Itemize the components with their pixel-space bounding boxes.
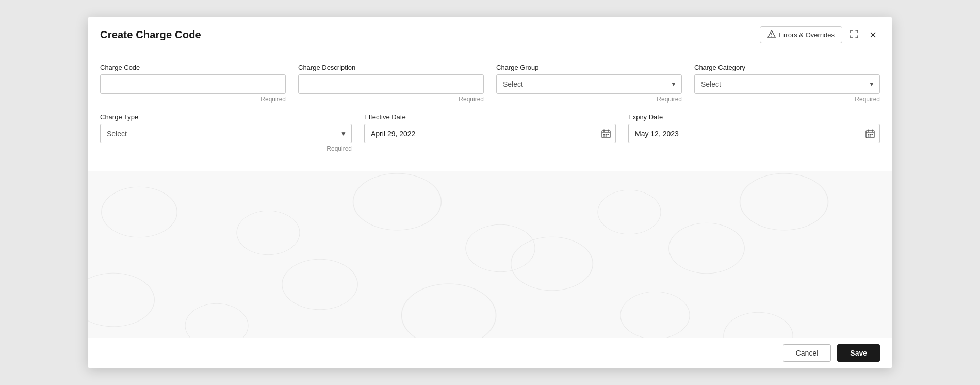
charge-description-group: Charge Description Required xyxy=(298,63,484,103)
modal-title: Create Charge Code xyxy=(100,29,201,41)
errors-overrides-button[interactable]: Errors & Overrides xyxy=(760,26,842,43)
effective-date-label: Effective Date xyxy=(364,113,616,121)
charge-group-select[interactable]: Select xyxy=(496,74,682,94)
charge-category-label: Charge Category xyxy=(694,63,880,71)
charge-code-input[interactable] xyxy=(100,74,286,94)
charge-group-select-wrapper: Select ▼ xyxy=(496,74,682,94)
close-icon: ✕ xyxy=(869,29,877,41)
form-row-1: Charge Code Required Charge Description … xyxy=(100,63,880,103)
modal-content-area xyxy=(88,171,892,338)
charge-type-group: Charge Type Select ▼ Required xyxy=(100,113,352,152)
svg-rect-19 xyxy=(870,136,871,137)
charge-code-hint: Required xyxy=(100,95,286,103)
charge-description-input[interactable] xyxy=(298,74,484,94)
expiry-date-group: Expiry Date xyxy=(628,113,880,152)
cancel-button[interactable]: Cancel xyxy=(783,344,831,362)
modal-footer: Cancel Save xyxy=(88,338,892,368)
save-button[interactable]: Save xyxy=(837,344,880,362)
calendar-icon[interactable] xyxy=(601,129,611,138)
charge-code-group: Charge Code Required xyxy=(100,63,286,103)
charge-type-hint: Required xyxy=(100,145,352,152)
close-button[interactable]: ✕ xyxy=(866,27,880,43)
charge-group-hint: Required xyxy=(496,95,682,103)
effective-date-input-wrapper xyxy=(364,124,616,143)
charge-category-select-wrapper: Select ▼ xyxy=(694,74,880,94)
effective-date-input[interactable] xyxy=(364,124,616,143)
charge-category-hint: Required xyxy=(694,95,880,103)
charge-type-select-wrapper: Select ▼ xyxy=(100,124,352,143)
expiry-date-input-wrapper xyxy=(628,124,880,143)
svg-rect-7 xyxy=(606,134,607,135)
create-charge-code-modal: Create Charge Code Errors & Overrides xyxy=(88,17,892,368)
decorative-pattern xyxy=(88,171,892,338)
modal-form-body: Charge Code Required Charge Description … xyxy=(88,51,892,171)
charge-description-label: Charge Description xyxy=(298,63,484,71)
svg-rect-9 xyxy=(603,136,605,137)
svg-rect-15 xyxy=(868,134,869,135)
svg-rect-16 xyxy=(870,134,871,135)
charge-type-select[interactable]: Select xyxy=(100,124,352,143)
effective-date-group: Effective Date xyxy=(364,113,616,152)
charge-category-group: Charge Category Select ▼ Required xyxy=(694,63,880,103)
form-row-2: Charge Type Select ▼ Required Effective … xyxy=(100,113,880,152)
expiry-date-input[interactable] xyxy=(628,124,880,143)
charge-category-select[interactable]: Select xyxy=(694,74,880,94)
svg-rect-17 xyxy=(872,134,873,135)
modal-header: Create Charge Code Errors & Overrides xyxy=(88,17,892,51)
errors-btn-label: Errors & Overrides xyxy=(779,31,835,39)
expiry-date-label: Expiry Date xyxy=(628,113,880,121)
charge-description-hint: Required xyxy=(298,95,484,103)
svg-rect-18 xyxy=(868,136,869,137)
charge-type-label: Charge Type xyxy=(100,113,352,121)
charge-code-label: Charge Code xyxy=(100,63,286,71)
svg-rect-10 xyxy=(606,136,607,137)
charge-group-group: Charge Group Select ▼ Required xyxy=(496,63,682,103)
svg-rect-6 xyxy=(603,134,605,135)
header-actions: Errors & Overrides ✕ xyxy=(760,26,880,43)
calendar-icon-2[interactable] xyxy=(865,129,875,138)
warning-icon xyxy=(767,30,776,40)
expand-icon xyxy=(850,29,859,41)
svg-point-1 xyxy=(772,36,773,37)
expand-button[interactable] xyxy=(846,27,862,43)
charge-group-label: Charge Group xyxy=(496,63,682,71)
svg-rect-8 xyxy=(608,134,609,135)
